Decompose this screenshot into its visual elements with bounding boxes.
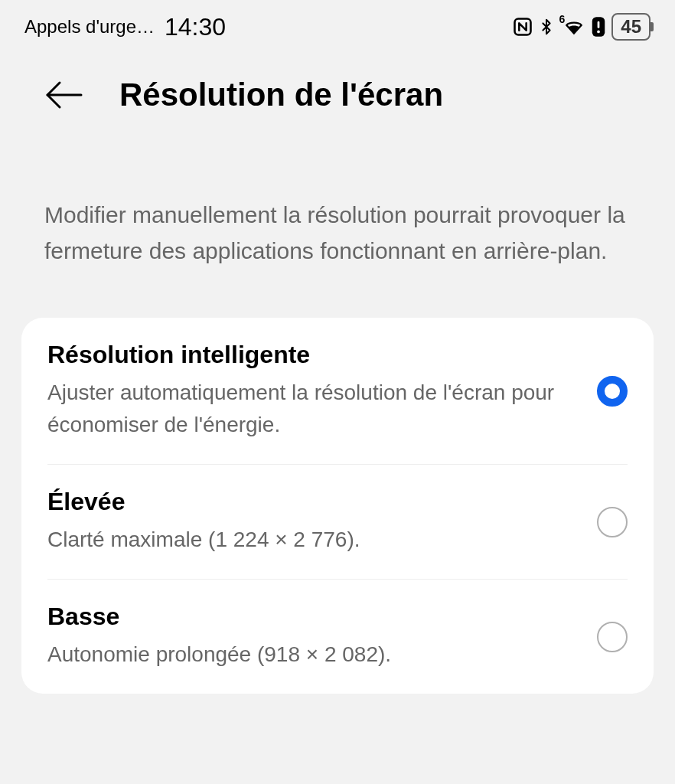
nfc-icon (512, 16, 533, 38)
option-title: Basse (47, 603, 582, 631)
status-bar: Appels d'urge… 14:30 6 (0, 0, 675, 54)
option-low-resolution[interactable]: Basse Autonomie prolongée (918 × 2 082). (47, 580, 628, 694)
option-subtitle: Clarté maximale (1 224 × 2 776). (47, 524, 582, 556)
svg-point-3 (597, 31, 600, 34)
page-header: Résolution de l'écran (0, 54, 675, 136)
status-carrier-label: Appels d'urge… (24, 16, 155, 38)
options-card: Résolution intelligente Ajuster automati… (21, 318, 654, 694)
battery-indicator: 45 (611, 13, 651, 41)
bluetooth-icon (538, 16, 555, 38)
wifi-icon: 6 (559, 17, 586, 37)
back-arrow-icon[interactable] (44, 80, 84, 110)
option-smart-resolution[interactable]: Résolution intelligente Ajuster automati… (47, 318, 628, 465)
radio-unselected-icon[interactable] (597, 507, 628, 537)
option-subtitle: Autonomie prolongée (918 × 2 082). (47, 639, 582, 671)
page-title: Résolution de l'écran (119, 77, 443, 113)
page-description: Modifier manuellement la résolution pour… (0, 136, 675, 307)
option-title: Élevée (47, 488, 582, 516)
radio-unselected-icon[interactable] (597, 622, 628, 652)
option-high-resolution[interactable]: Élevée Clarté maximale (1 224 × 2 776). (47, 465, 628, 580)
option-subtitle: Ajuster automatiquement la résolution de… (47, 377, 582, 441)
status-left: Appels d'urge… 14:30 (24, 13, 226, 41)
alert-icon (590, 15, 607, 38)
option-title: Résolution intelligente (47, 341, 582, 369)
radio-selected-icon[interactable] (597, 376, 628, 407)
status-time: 14:30 (165, 13, 226, 41)
status-right: 6 45 (512, 13, 651, 41)
svg-rect-2 (598, 21, 600, 28)
